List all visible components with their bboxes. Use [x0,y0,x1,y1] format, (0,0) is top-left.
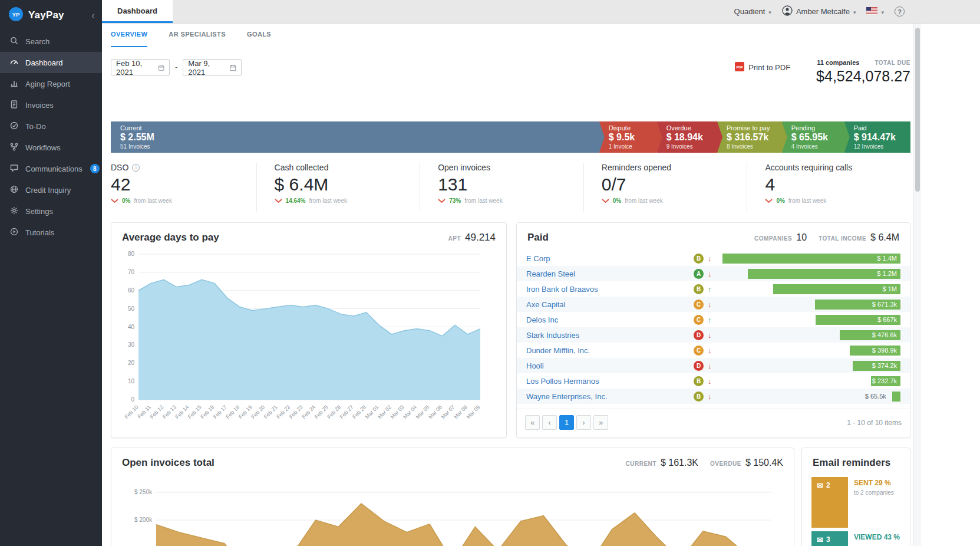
grade-badge: B [694,376,704,386]
company-link[interactable]: Wayne Enterprises, Inc. [526,392,694,401]
company-link[interactable]: Los Pollos Hermanos [526,377,694,386]
svg-text:Mar 03: Mar 03 [390,404,405,420]
chevron-down-icon [602,199,609,203]
sidebar-item-label: Communications [25,165,83,173]
org-selector[interactable]: Quadient [734,7,771,16]
sidebar-item-label: Workflows [25,143,61,152]
company-link[interactable]: E Corp [526,254,694,263]
last-page-button[interactable]: » [593,415,608,430]
logo-text: YayPay [28,9,64,21]
open-invoices-total-card: Open invoices total CURRENT $ 161.3K OVE… [111,448,794,546]
svg-text:Mar 08: Mar 08 [453,404,468,420]
chevron-down-icon [768,7,771,16]
svg-text:30: 30 [128,341,135,348]
paid-table-row: Dunder Mifflin, Inc. C ↓ $ 398.9k [517,343,910,358]
sidebar-item-credit-inquiry[interactable]: Credit Inquiry [0,179,102,200]
company-link[interactable]: Hooli [526,361,694,370]
svg-text:40: 40 [128,324,135,330]
svg-text:Feb 25: Feb 25 [314,404,329,420]
sidebar-item-todo[interactable]: To-Do [0,116,102,137]
current-label: CURRENT [626,461,656,467]
language-selector[interactable] [866,7,884,17]
page-1-button[interactable]: 1 [559,415,574,430]
prev-page-button[interactable]: ‹ [542,415,557,430]
company-link[interactable]: Stark Industries [526,331,694,340]
segment-invoice-count: 9 Invoices [666,143,714,150]
reminder-label: SENT 29 % [854,479,894,487]
segment-invoice-count: 1 Invoice [609,143,654,150]
chevron-down-icon [111,199,118,203]
grade-badge: B [694,254,704,264]
sidebar-item-settings[interactable]: Settings [0,200,102,222]
bar-chart-icon [9,78,19,90]
status-segment[interactable]: Current $ 2.55M 51 Invoices [111,121,605,153]
topbar: Dashboard Quadient Amber Metcalfe ? [102,0,980,24]
pagination-info: 1 - 10 of 10 items [847,419,902,427]
next-page-button[interactable]: › [576,415,591,430]
status-segment[interactable]: Promise to pay $ 316.57k 8 Invoices [717,121,787,153]
trend-arrow-icon: ↓ [708,269,717,278]
date-start-input[interactable]: Feb 10, 2021 [111,59,170,76]
sidebar-item-tutorials[interactable]: Tutorials [0,222,102,243]
topbar-tab-dashboard[interactable]: Dashboard [102,0,173,23]
chevron-down-icon [438,199,446,203]
paid-table-row: Wayne Enterprises, Inc. B ↓ $ 65.5k [517,389,910,404]
segment-label: Pending [791,124,842,131]
kpi: Accounts requiring calls 4 0% from last … [747,163,910,212]
svg-text:0: 0 [131,396,134,403]
segment-value: $ 2.55M [120,132,596,143]
scrollbar-thumb[interactable] [915,28,920,192]
tab-overview[interactable]: OVERVIEW [111,31,147,47]
sidebar-item-aging-report[interactable]: Aging Report [0,73,102,94]
grade-badge: B [694,284,704,294]
sidebar-item-label: Credit Inquiry [25,186,71,195]
paid-table-row: Los Pollos Hermanos B ↓ $ 232.7k [517,373,910,389]
first-page-button[interactable]: « [525,415,540,430]
svg-text:Mar 04: Mar 04 [402,404,418,420]
average-days-to-pay-chart: 01020304050607080Feb 10Feb 11Feb 12Feb 1… [121,249,487,429]
help-icon[interactable]: ? [895,6,905,17]
search-icon [9,36,19,47]
segment-label: Overdue [666,124,714,131]
apt-label: APT [448,235,461,242]
sidebar-collapse-icon[interactable]: ‹ [91,10,95,21]
grade-badge: D [694,361,704,371]
sidebar-item-communications[interactable]: Communications 8 [0,158,102,179]
sidebar-item-workflows[interactable]: Workflows [0,137,102,158]
amount-bar: $ 1.4M [722,254,900,264]
topbar-right: Quadient Amber Metcalfe ? [734,0,980,23]
info-icon[interactable] [132,164,140,172]
sidebar-item-invoices[interactable]: Invoices [0,94,102,116]
company-link[interactable]: Axe Capital [526,300,694,309]
amount-bar: $ 398.9k [722,346,900,356]
company-link[interactable]: Rearden Steel [526,269,694,278]
play-circle-icon [9,227,19,238]
kpi-label: Open invoices [438,163,490,172]
company-link[interactable]: Dunder Mifflin, Inc. [526,346,694,355]
chevron-down-icon [853,7,856,16]
reminder-count-block: 3 [811,531,848,546]
user-menu[interactable]: Amber Metcalfe [782,5,856,18]
sidebar-item-label: Aging Report [25,80,70,88]
tab-goals[interactable]: GOALS [247,31,271,47]
company-link[interactable]: Delos Inc [526,315,694,324]
status-segment[interactable]: Dispute $ 9.5k 1 Invoice [599,121,662,153]
svg-text:Mar 09: Mar 09 [466,404,481,420]
sidebar-item-label: Invoices [25,101,54,110]
status-segment[interactable]: Paid $ 914.47k 12 Invoices [844,121,910,153]
segment-invoice-count: 8 Invoices [727,143,779,150]
svg-text:Feb 17: Feb 17 [212,404,228,420]
status-segment[interactable]: Overdue $ 18.94k 9 Invoices [657,121,722,153]
svg-text:Feb 16: Feb 16 [199,404,215,420]
amount-value: $ 476.6k [872,331,897,338]
sidebar-item-label: Dashboard [25,58,63,67]
print-to-pdf-label: Print to PDF [748,63,790,72]
company-link[interactable]: Iron Bank of Braavos [526,285,694,294]
date-end-input[interactable]: Mar 9, 2021 [183,59,242,76]
tab-ar-specialists[interactable]: AR SPECIALISTS [169,31,226,47]
print-to-pdf-button[interactable]: PDF Print to PDF [735,62,790,73]
sidebar-item-dashboard[interactable]: Dashboard [0,52,102,73]
sidebar-item-search[interactable]: Search [0,31,102,52]
status-segment[interactable]: Pending $ 65.95k 4 Invoices [782,121,850,153]
date-range-separator: - [175,63,177,71]
